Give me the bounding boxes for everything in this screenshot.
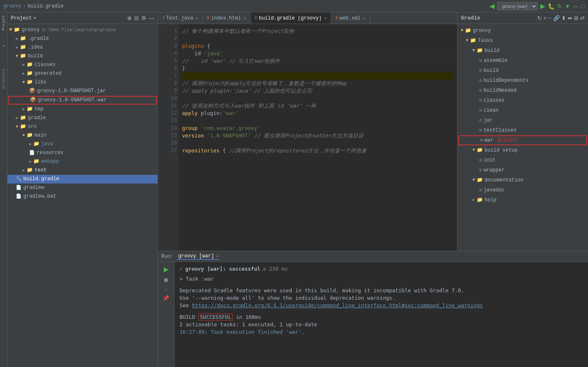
sidebar-item-libs[interactable]: ▼ 📁 libs xyxy=(7,78,157,87)
gradle-minus-button[interactable]: − xyxy=(548,15,551,21)
gradle-refresh-button[interactable]: ↻ xyxy=(537,15,542,21)
editor-area: J Test.java ✕ H index.html ✕ G build.gra… xyxy=(158,12,457,251)
breadcrumb-project[interactable]: groovy xyxy=(3,3,21,9)
output-link[interactable]: https://docs.gradle.org/6.5.1/userguide/… xyxy=(192,302,483,308)
sidebar-item-gradlew[interactable]: 📄 gradlew xyxy=(7,184,157,192)
gradle-task-build[interactable]: ⚙ build xyxy=(458,66,588,76)
sidebar-item-tmp[interactable]: ▶ 📁 tmp xyxy=(7,105,157,114)
sidebar-close-button[interactable]: — xyxy=(149,15,154,21)
tab-test-java[interactable]: J Test.java ✕ xyxy=(158,12,203,24)
code-line-9: // apply plugin:'java' // 上面的也可以这么写 xyxy=(182,87,454,95)
sidebar-item-src[interactable]: ▼ 📁 src xyxy=(7,122,157,131)
tab-web-xml[interactable]: X web.xml ✕ xyxy=(331,12,370,24)
tab-close-web-xml[interactable]: ✕ xyxy=(363,16,366,21)
config-button[interactable]: ▼ xyxy=(565,3,571,10)
minimize-button[interactable]: — xyxy=(573,3,579,10)
gradle-root[interactable]: ▼ 📁 groovy xyxy=(458,26,588,36)
bottom-panel: Run: groovy [war] ✕ ▶ ◼ ↓ 📌 xyxy=(158,251,588,367)
gradle-war-hint: 双击运行 xyxy=(497,136,517,144)
tree-root[interactable]: ▼ 📁 groovy D:\0md-file\learning\groovy xyxy=(7,26,157,34)
sidebar-item-build-gradle[interactable]: 🔧 build.gradle xyxy=(7,175,157,184)
sidebar-title: Project xyxy=(11,15,32,21)
run-again-button[interactable]: ▶ xyxy=(164,265,169,273)
gradle-grid-button[interactable]: ⊞ xyxy=(574,15,578,21)
gradle-expand-button[interactable]: ⬍ xyxy=(561,15,566,21)
run-title: groovy [war]: successful xyxy=(185,265,261,273)
gradle-task-init[interactable]: ⚙ init xyxy=(458,155,588,165)
gradle-documentation-group[interactable]: ▼ 📁 documentation xyxy=(458,175,588,185)
run-config-dropdown[interactable]: groovy [war] xyxy=(497,2,538,10)
gradle-collapse-button[interactable]: ⬌ xyxy=(568,15,572,21)
code-line-7 xyxy=(182,72,454,80)
code-line-2 xyxy=(182,35,454,42)
gradle-layout-button[interactable]: ⇄ xyxy=(580,15,585,21)
sidebar-locate-button[interactable]: ⊕ xyxy=(127,15,132,21)
sidebar-item-idea[interactable]: ▶ 📁 .idea xyxy=(7,43,157,52)
run-scroll-button[interactable]: ↓ xyxy=(165,286,167,292)
sidebar-item-gradlew-bat[interactable]: 📄 gradlew.bat xyxy=(7,192,157,201)
project-tree: ▼ 📁 groovy D:\0md-file\learning\groovy ▶… xyxy=(7,24,157,367)
tab-close-build-gradle[interactable]: ✕ xyxy=(324,16,327,21)
sidebar-item-test[interactable]: ▶ 📁 test xyxy=(7,166,157,175)
output-warning-mode-line: Use '--warning-mode all' to show the ind… xyxy=(180,294,583,302)
run-pin-button[interactable]: 📌 xyxy=(163,295,169,301)
sidebar-item-java[interactable]: ▶ 📁 java xyxy=(7,140,157,149)
run-tab[interactable]: groovy [war] ✕ xyxy=(177,253,220,260)
sidebar-item-generated[interactable]: ▶ 📁 generated xyxy=(7,69,157,78)
gradle-task-testClasses[interactable]: ⚙ testClasses xyxy=(458,125,588,135)
editor-tabs: J Test.java ✕ H index.html ✕ G build.gra… xyxy=(158,12,457,24)
debug-button[interactable]: 🐛 xyxy=(548,3,555,10)
output-actionable: 2 actionable tasks: 1 executed, 1 up-to-… xyxy=(180,321,583,328)
sidebar-collapse-button[interactable]: ⊟ xyxy=(134,15,139,21)
run-output: ✓ groovy [war]: successful a 230 ms > Ta… xyxy=(175,262,588,367)
gradle-build-group[interactable]: ▼ 📁 build xyxy=(458,46,588,56)
sidebar-item-resources[interactable]: 📄 resources xyxy=(7,149,157,157)
tab-close-test-java[interactable]: ✕ xyxy=(196,16,198,21)
root-label: groovy xyxy=(22,26,39,34)
gradle-task-clean[interactable]: ⚙ clean xyxy=(458,105,588,115)
sidebar-item-war[interactable]: 📦 groovy-1.0-SNAPSHOT.war xyxy=(8,96,157,105)
gradle-help-group[interactable]: ▶ 📁 help xyxy=(458,195,588,205)
gradle-add-button[interactable]: + xyxy=(544,15,547,21)
favorites-tab-icon[interactable]: ★ xyxy=(2,43,5,48)
code-editor[interactable]: // 每个构建脚本中默认都有一个Project实例 plugins { id '… xyxy=(179,24,457,251)
gradle-task-buildDependents[interactable]: ⚙ buildDependents xyxy=(458,76,588,86)
gradle-link-button[interactable]: 🔗 xyxy=(553,15,560,21)
code-line-14: group 'com.avatar.groovy' xyxy=(182,125,454,132)
run-header: ✓ groovy [war]: successful a 230 ms xyxy=(180,265,583,273)
run-success-icon: ✓ xyxy=(180,265,183,273)
navigate-back-button[interactable]: ◀ xyxy=(490,2,495,10)
sidebar-settings-button[interactable]: ⚙ xyxy=(141,15,146,21)
gradle-task-assemble[interactable]: ⚙ assemble xyxy=(458,56,588,66)
gradle-task-war[interactable]: ⚙ war 双击运行 xyxy=(458,135,587,145)
structure-tab-icon[interactable]: Structure xyxy=(2,69,6,89)
run-tab-close[interactable]: ✕ xyxy=(216,254,218,259)
reload-button[interactable]: ↻ xyxy=(557,3,562,10)
gradle-task-jar[interactable]: ⚙ jar xyxy=(458,115,588,125)
code-line-13 xyxy=(182,117,454,125)
gradle-title: Gradle xyxy=(461,15,480,21)
gradle-task-javadoc[interactable]: ⚙ javadoc xyxy=(458,185,588,195)
maximize-button[interactable]: □ xyxy=(581,3,585,10)
sidebar-item-build[interactable]: ▼ 📁 build xyxy=(7,52,157,61)
sidebar-item-jar[interactable]: 📦 groovy-1.0-SNAPSHOT.jar xyxy=(7,87,157,95)
sidebar-item-classes[interactable]: ▶ 📁 classes xyxy=(7,61,157,69)
run-stop-button[interactable]: ◼ xyxy=(164,276,168,283)
sidebar-item-gradle-hidden[interactable]: ▶ 📁 .gradle xyxy=(7,34,157,43)
sidebar-item-webapp[interactable]: ▶ 📁 webapp xyxy=(7,157,157,166)
gradle-task-buildNeeded[interactable]: ⚙ buildNeeded xyxy=(458,86,588,95)
project-tab-icon[interactable]: Project xyxy=(2,15,6,31)
gradle-task-wrapper[interactable]: ⚙ wrapper xyxy=(458,165,588,175)
tab-close-index-html[interactable]: ✕ xyxy=(244,16,246,21)
tab-index-html[interactable]: H index.html ✕ xyxy=(203,12,251,24)
run-button[interactable]: ▶ xyxy=(540,2,545,10)
gradle-build-setup-group[interactable]: ▼ 📁 build setup xyxy=(458,145,588,155)
sidebar-item-main[interactable]: ▼ 📁 main xyxy=(7,131,157,140)
code-line-17: repositories { //调用Project的repositores方法… xyxy=(182,147,454,154)
code-line-4: id 'java' xyxy=(182,50,454,57)
gradle-task-classes[interactable]: ⚙ classes xyxy=(458,95,588,105)
gradle-tasks-group[interactable]: ▼ 📁 Tasks xyxy=(458,36,588,46)
tab-build-gradle[interactable]: G build.gradle (groovy) ✕ xyxy=(251,12,331,24)
line-numbers: 12345 678910 1112131415 1617 xyxy=(163,24,179,251)
sidebar-item-gradle-dir[interactable]: ▶ 📁 gradle xyxy=(7,114,157,122)
